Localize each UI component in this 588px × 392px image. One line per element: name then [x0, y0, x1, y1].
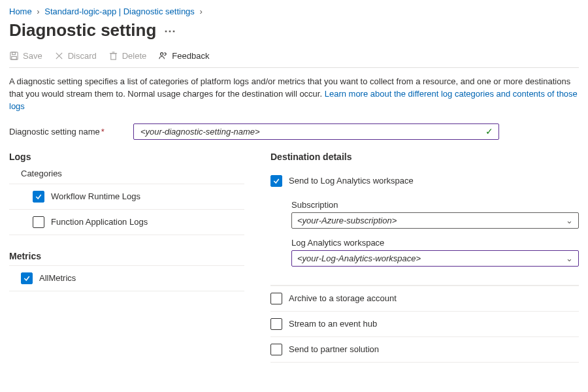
check-icon: [272, 177, 280, 185]
chevron-down-icon: ⌄: [566, 216, 573, 225]
breadcrumb-home[interactable]: Home: [9, 7, 32, 16]
name-field-label: Diagnostic setting name*: [9, 127, 120, 137]
name-input[interactable]: [139, 126, 485, 137]
svg-point-8: [161, 53, 163, 56]
subscription-label: Subscription: [291, 200, 579, 210]
required-indicator: *: [101, 127, 105, 137]
subscription-select[interactable]: <your-Azure-subscription> ⌄: [291, 212, 579, 229]
svg-rect-2: [12, 56, 17, 59]
workflow-runtime-checkbox[interactable]: [33, 191, 44, 203]
archive-label: Archive to a storage account: [289, 293, 397, 303]
eventhub-row: Stream to an event hub: [270, 311, 579, 336]
log-analytics-label: Send to Log Analytics workspace: [289, 176, 414, 186]
valid-check-icon: ✓: [485, 126, 493, 137]
logs-title: Logs: [9, 152, 244, 162]
name-field-label-text: Diagnostic setting name: [9, 127, 100, 137]
archive-checkbox[interactable]: [270, 293, 282, 304]
delete-button[interactable]: Delete: [108, 51, 147, 61]
toolbar: Save Discard Delete Feedback: [9, 51, 579, 68]
chevron-down-icon: ⌄: [566, 253, 573, 263]
feedback-label: Feedback: [172, 51, 209, 61]
check-icon: [23, 274, 31, 282]
svg-rect-5: [110, 54, 116, 59]
function-app-label: Function Application Logs: [51, 217, 148, 227]
metrics-title: Metrics: [9, 251, 244, 261]
log-analytics-checkbox[interactable]: [270, 175, 282, 187]
allmetrics-label: AllMetrics: [39, 273, 76, 283]
archive-row: Archive to a storage account: [270, 286, 579, 311]
workspace-value: <your-Log-Analytics-workspace>: [297, 253, 421, 263]
save-label: Save: [23, 51, 42, 61]
function-app-checkbox[interactable]: [33, 216, 44, 228]
chevron-right-icon: ›: [37, 7, 39, 16]
eventhub-label: Stream to an event hub: [289, 319, 377, 329]
log-analytics-row: Send to Log Analytics workspace: [270, 169, 579, 193]
svg-rect-1: [12, 52, 16, 55]
eventhub-checkbox[interactable]: [270, 318, 282, 330]
delete-icon: [108, 51, 118, 61]
subscription-field: Subscription <your-Azure-subscription> ⌄: [291, 200, 579, 229]
partner-label: Send to partner solution: [289, 344, 379, 354]
save-icon: [9, 51, 19, 61]
subscription-value: <your-Azure-subscription>: [297, 216, 397, 225]
log-analytics-block: Send to Log Analytics workspace Subscrip…: [270, 169, 579, 286]
discard-icon: [54, 51, 64, 61]
allmetrics-checkbox[interactable]: [21, 272, 33, 284]
partner-row: Send to partner solution: [270, 336, 579, 363]
categories-label: Categories: [21, 169, 244, 178]
metrics-row: AllMetrics: [9, 265, 244, 291]
workflow-runtime-label: Workflow Runtime Logs: [51, 191, 140, 201]
name-input-wrap[interactable]: ✓: [133, 123, 499, 140]
partner-checkbox[interactable]: [270, 344, 282, 355]
workspace-select[interactable]: <your-Log-Analytics-workspace> ⌄: [291, 250, 579, 267]
destination-title: Destination details: [270, 152, 579, 162]
discard-button[interactable]: Discard: [54, 51, 97, 61]
discard-label: Discard: [68, 51, 97, 61]
more-actions-icon[interactable]: ⋯: [164, 25, 176, 37]
feedback-button[interactable]: Feedback: [158, 51, 209, 61]
check-icon: [35, 193, 42, 201]
workspace-field: Log Analytics workspace <your-Log-Analyt…: [291, 238, 579, 267]
chevron-right-icon: ›: [199, 7, 202, 16]
breadcrumb-app[interactable]: Standard-logic-app | Diagnostic settings: [44, 7, 195, 16]
feedback-icon: [158, 51, 168, 61]
page-title-row: Diagnostic setting ⋯: [9, 20, 579, 41]
page-title: Diagnostic setting: [9, 20, 156, 41]
delete-label: Delete: [122, 51, 147, 61]
description-text: A diagnostic setting specifies a list of…: [9, 76, 578, 113]
breadcrumb: Home › Standard-logic-app | Diagnostic s…: [9, 7, 579, 16]
name-field-row: Diagnostic setting name* ✓: [9, 123, 579, 140]
log-category-row: Workflow Runtime Logs: [9, 184, 244, 210]
save-button[interactable]: Save: [9, 51, 42, 61]
log-category-row: Function Application Logs: [9, 210, 244, 235]
workspace-label: Log Analytics workspace: [291, 238, 579, 248]
